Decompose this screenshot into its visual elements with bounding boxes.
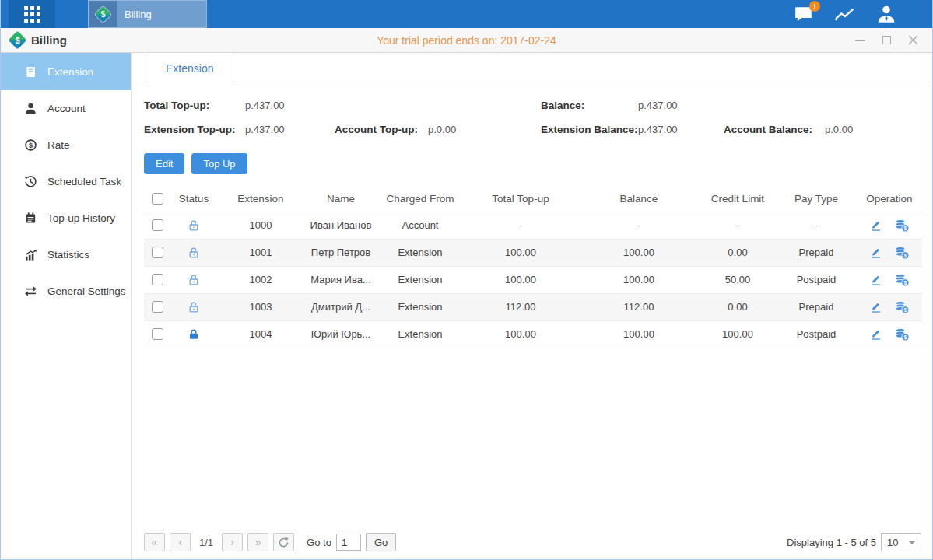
row-checkbox[interactable] [152,247,163,258]
extension-balance-label: Extension Balance: [541,124,638,135]
user-icon[interactable] [876,5,896,23]
total-topup-cell: 100.00 [463,266,578,293]
name-cell: Дмитрий Д... [304,293,377,320]
extension-topup-value: p.437.00 [245,124,285,135]
column-header-pay-type: Pay Type [776,186,857,212]
name-cell: Иван Иванов [304,212,377,239]
statistics-icon [23,248,37,262]
next-page-button[interactable]: › [222,533,243,551]
top-up-row-icon[interactable]: $ [895,327,910,341]
svg-text:$: $ [903,306,907,313]
billing-diamond-icon [89,1,117,27]
window-controls [854,35,932,46]
charged-from-cell: Extension [377,320,463,348]
tab-extension[interactable]: Extension [146,54,233,82]
sidebar-item-account[interactable]: Account [1,90,131,127]
column-header-extension: Extension [217,186,304,212]
pay-type-cell: Prepaid [776,293,857,320]
refresh-button[interactable] [273,533,294,551]
chevron-down-icon [909,541,915,548]
extension-balance-value: p.437.00 [638,124,678,135]
top-up-row-icon[interactable]: $ [895,273,910,287]
first-page-button[interactable]: « [144,533,165,551]
messages-icon[interactable]: ! [794,5,814,23]
close-button[interactable] [907,35,918,46]
pay-type-cell: Postpaid [776,266,857,293]
go-button[interactable]: Go [366,533,396,551]
table-body: 1000Иван ИвановAccount----$1001Петр Петр… [144,212,922,348]
total-topup-label: Total Top-up: [144,100,209,111]
sidebar-item-label: Rate [47,139,70,151]
select-all-checkbox[interactable] [152,193,163,205]
sidebar-item-label: General Settings [47,285,126,297]
edit-row-icon[interactable] [869,246,882,259]
account-balance-value: p.0.00 [825,124,853,135]
account-topup-value: p.0.00 [428,124,456,135]
extensions-table: StatusExtensionNameCharged FromTotal Top… [144,186,922,348]
sidebar-item-label: Account [47,103,86,114]
trial-notice: Your trial period ends on: 2017-02-24 [1,34,932,47]
pagination-bar: « ‹ 1/1 › » Go to Go Displaying 1 - 5 of… [144,531,921,553]
sidebar-item-extension[interactable]: Extension [1,53,131,90]
refresh-icon [278,537,289,548]
top-up-row-icon[interactable]: $ [895,300,910,314]
edit-row-icon[interactable] [869,273,882,286]
sidebar-item-label: Top-up History [47,212,115,224]
credit-limit-cell: 0.00 [700,293,776,320]
ledger-icon [23,65,37,79]
edit-row-icon[interactable] [869,219,882,232]
sidebar-item-rate[interactable]: $Rate [1,127,131,163]
table-row: 1004Юрий Юрь...Extension100.00100.00100.… [144,320,922,348]
maximize-button[interactable] [881,35,892,46]
top-up-row-icon[interactable]: $ [895,246,910,260]
main-panel: Extension Total Top-up: p.437.00 Balance… [132,53,932,559]
extension-topup-label: Extension Top-up: [144,124,236,135]
displaying-status: Displaying 1 - 5 of 5 [787,537,876,548]
balance-cell: - [578,212,700,239]
unlocked-status-icon [188,219,200,230]
sidebar-item-scheduled-task[interactable]: Scheduled Task [1,163,131,200]
edit-row-icon[interactable] [869,300,882,313]
prev-page-button[interactable]: ‹ [170,533,191,551]
edit-row-icon[interactable] [869,327,882,341]
page-size-select[interactable]: 10 [881,533,921,551]
unlocked-status-icon [188,300,200,312]
settings-arrows-icon [23,285,37,299]
minimize-button[interactable] [854,35,865,46]
charged-from-cell: Extension [377,266,463,293]
svg-text:$: $ [903,252,907,258]
goto-page-input[interactable] [336,534,361,551]
sidebar-item-label: Scheduled Task [47,176,121,187]
row-checkbox[interactable] [152,328,163,340]
row-checkbox[interactable] [152,219,163,231]
top-up-row-icon[interactable]: $ [895,219,910,233]
charged-from-cell: Account [377,212,463,239]
page-size-value: 10 [887,537,898,548]
person-icon [23,102,37,116]
apps-menu-button[interactable] [9,0,55,28]
billing-app-tab[interactable]: Billing [88,0,207,28]
row-checkbox[interactable] [152,301,163,313]
extension-cell: 1001 [217,239,304,266]
content-area: ExtensionAccount$RateScheduled TaskTop-u… [1,53,932,559]
charged-from-cell: Extension [377,239,463,266]
apps-grid-icon [24,6,40,23]
credit-limit-cell: 50.00 [700,266,776,293]
reports-chart-icon[interactable] [834,5,856,23]
name-cell: Петр Петров [304,239,377,266]
table-row: 1000Иван ИвановAccount----$ [144,212,922,239]
sidebar-item-statistics[interactable]: Statistics [1,236,131,273]
extension-cell: 1000 [217,212,304,239]
row-checkbox[interactable] [152,274,163,285]
top-up-button[interactable]: Top Up [191,153,247,174]
page-title: Billing [31,33,67,47]
sidebar-item-top-up-history[interactable]: Top-up History [1,200,131,236]
edit-button[interactable]: Edit [144,153,184,174]
last-page-button[interactable]: » [247,533,268,551]
credit-limit-cell: 100.00 [700,320,776,348]
history-clock-icon [23,175,37,189]
title-left: Billing [1,33,67,47]
column-header-charged-from: Charged From [377,186,463,212]
account-topup-label: Account Top-up: [335,124,418,135]
sidebar-item-general-settings[interactable]: General Settings [1,273,131,310]
